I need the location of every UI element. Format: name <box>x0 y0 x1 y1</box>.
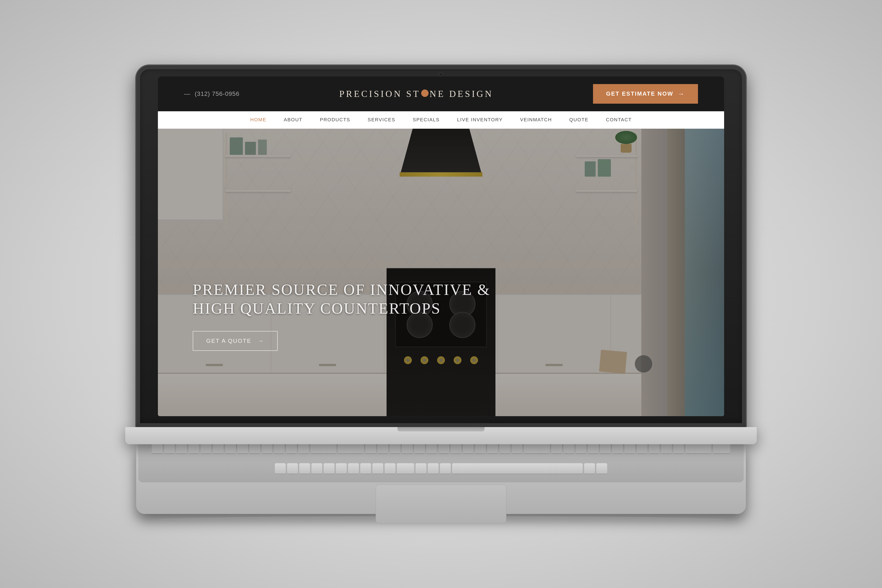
camera-dot <box>439 72 443 76</box>
laptop-reflection <box>158 516 724 523</box>
laptop-lid: — (312) 756-0956 PRECISION ST NE DESIGN … <box>136 65 746 427</box>
nav-products[interactable]: PRODUCTS <box>320 117 350 123</box>
top-bar: — (312) 756-0956 PRECISION ST NE DESIGN … <box>158 76 724 111</box>
key-return <box>686 443 711 454</box>
key-comma <box>360 463 371 474</box>
key-backslash <box>512 443 522 454</box>
key-j <box>624 443 635 454</box>
key-6 <box>213 443 224 454</box>
laptop-mockup: — (312) 756-0956 PRECISION ST NE DESIGN … <box>136 65 746 523</box>
key-k <box>637 443 648 454</box>
key-x <box>287 463 298 474</box>
key-d <box>576 443 586 454</box>
estimate-arrow-icon: → <box>678 90 685 98</box>
key-space <box>452 463 583 474</box>
key-i <box>451 443 462 454</box>
logo-text-part2: NE DESIGN <box>429 88 493 99</box>
key-shift-r <box>397 463 414 474</box>
nav-specials[interactable]: SPECIALS <box>413 117 440 123</box>
laptop-hinge <box>398 427 484 431</box>
key-10 <box>261 443 273 454</box>
hero-cta-button[interactable]: GET A QUOTE → <box>193 331 278 351</box>
hero-cta-arrow-icon: → <box>258 338 264 344</box>
key-period <box>372 463 383 474</box>
key-p <box>475 443 486 454</box>
key-slash <box>385 463 396 474</box>
nav-quote[interactable]: QUOTE <box>569 117 588 123</box>
key-2 <box>164 443 175 454</box>
get-estimate-label: GET ESTIMATE NOW <box>606 90 674 97</box>
key-9 <box>249 443 260 454</box>
key-l <box>649 443 660 454</box>
hero-headline-line1: PREMIER SOURCE OF INNOVATIVE & <box>193 280 490 299</box>
phone-number: (312) 756-0956 <box>195 90 239 98</box>
hero-overlay <box>158 129 724 416</box>
screen-bezel: — (312) 756-0956 PRECISION ST NE DESIGN … <box>158 76 724 416</box>
key-o <box>463 443 474 454</box>
key-cmd-l <box>440 463 451 474</box>
key-g <box>600 443 611 454</box>
nav-contact[interactable]: CONTACT <box>606 117 632 123</box>
hero-headline: PREMIER SOURCE OF INNOVATIVE & HIGH QUAL… <box>193 280 490 318</box>
nav-about[interactable]: ABOUT <box>284 117 303 123</box>
key-7 <box>225 443 236 454</box>
key-r <box>402 443 413 454</box>
site-logo: PRECISION ST NE DESIGN <box>339 88 493 99</box>
key-a <box>551 443 562 454</box>
key-5 <box>201 443 212 454</box>
laptop-bottom <box>136 444 746 514</box>
hero-cta-label: GET A QUOTE <box>206 338 251 344</box>
key-w <box>377 443 388 454</box>
laptop-base <box>125 427 757 444</box>
website-content: — (312) 756-0956 PRECISION ST NE DESIGN … <box>158 76 724 416</box>
key-caps <box>524 443 550 454</box>
phone-area: — (312) 756-0956 <box>184 90 239 98</box>
phone-dash: — <box>184 90 190 98</box>
key-cmd-r <box>584 463 595 474</box>
key-z <box>275 463 286 474</box>
key-1 <box>152 443 163 454</box>
key-alt-l <box>428 463 439 474</box>
key-h <box>612 443 623 454</box>
key-ctrl <box>416 463 426 474</box>
key-e <box>390 443 400 454</box>
key-b <box>324 463 334 474</box>
key-13 <box>298 443 309 454</box>
key-s <box>563 443 574 454</box>
nav-veinmatch[interactable]: VEINMATCH <box>520 117 552 123</box>
key-v <box>311 463 322 474</box>
key-semicolon <box>661 443 672 454</box>
logo-stone-icon <box>421 90 429 97</box>
key-m <box>348 463 359 474</box>
key-n <box>336 463 347 474</box>
key-bracket-r <box>500 443 510 454</box>
key-alt-r <box>596 463 607 474</box>
key-quote <box>673 443 684 454</box>
key-tab <box>338 443 364 454</box>
key-u <box>438 443 449 454</box>
key-shift-l <box>713 443 730 454</box>
nav-bar: HOME ABOUT PRODUCTS SERVICES SPECIALS LI… <box>158 111 724 129</box>
key-bracket-l <box>487 443 498 454</box>
key-t <box>414 443 425 454</box>
nav-services[interactable]: SERVICES <box>368 117 395 123</box>
key-f <box>588 443 598 454</box>
hero-headline-line2: HIGH QUALITY COUNTERTOPS <box>193 299 490 318</box>
nav-live-inventory[interactable]: LIVE INVENTORY <box>457 117 502 123</box>
key-12 <box>286 443 297 454</box>
hero-text-block: PREMIER SOURCE OF INNOVATIVE & HIGH QUAL… <box>193 280 490 351</box>
key-11 <box>274 443 285 454</box>
key-3 <box>176 443 187 454</box>
get-estimate-button[interactable]: GET ESTIMATE NOW → <box>593 84 698 104</box>
logo-text-part1: PRECISION ST <box>339 88 420 99</box>
key-delete <box>310 443 336 454</box>
key-c <box>299 463 310 474</box>
hero-section: PREMIER SOURCE OF INNOVATIVE & HIGH QUAL… <box>158 129 724 416</box>
nav-home[interactable]: HOME <box>250 117 266 123</box>
key-q <box>365 443 376 454</box>
key-8 <box>237 443 248 454</box>
key-y <box>426 443 437 454</box>
key-4 <box>188 443 199 454</box>
